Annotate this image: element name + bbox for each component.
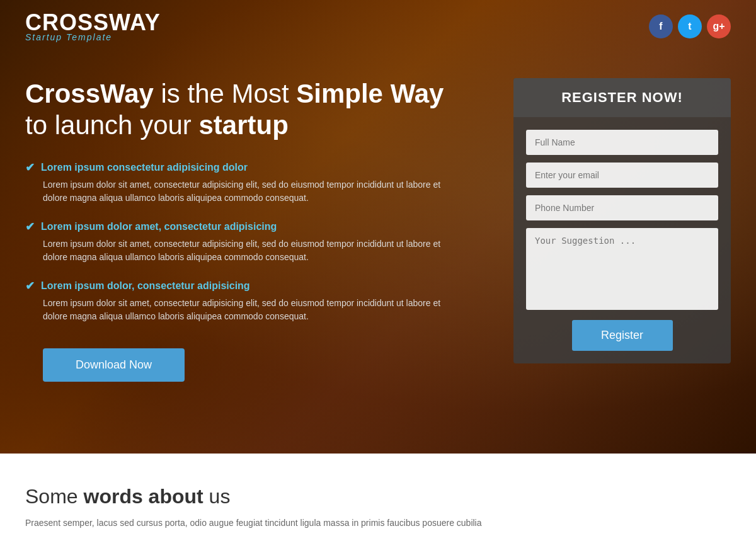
headline-bold: Simple Way xyxy=(296,79,444,108)
feature-label-3: Lorem ipsum dolor, consectetur adipisici… xyxy=(41,280,250,292)
checkmark-icon-3: ✔ xyxy=(25,279,35,293)
headline-text1: is the Most xyxy=(154,79,296,108)
register-title: REGISTER NOW! xyxy=(561,89,683,105)
register-header: REGISTER NOW! xyxy=(513,78,731,117)
words-desc: Praesent semper, lacus sed cursus porta,… xyxy=(25,516,731,530)
feature-desc-1: Lorem ipsum dolor sit amet, consectetur … xyxy=(25,178,466,205)
googleplus-button[interactable]: g+ xyxy=(707,14,731,38)
feature-item-3: ✔ Lorem ipsum dolor, consectetur adipisi… xyxy=(25,279,466,323)
words-heading-part3: us xyxy=(203,485,231,508)
headline-brand: CrossWay xyxy=(25,79,154,108)
checkmark-icon-2: ✔ xyxy=(25,220,35,234)
full-name-input[interactable] xyxy=(526,130,718,155)
logo-sub: Startup Template xyxy=(25,33,161,42)
social-icons: f t g+ xyxy=(649,14,731,38)
checkmark-icon-1: ✔ xyxy=(25,161,35,174)
hero-section: CROSSWAY Startup Template f t g+ CrossWa… xyxy=(0,0,756,454)
feature-list: ✔ Lorem ipsum consectetur adipisicing do… xyxy=(25,161,466,323)
feature-title-1: ✔ Lorem ipsum consectetur adipisicing do… xyxy=(25,161,466,174)
download-now-button[interactable]: Download Now xyxy=(43,348,185,382)
logo-main: CROSSWAY xyxy=(25,11,161,34)
hero-headline: CrossWay is the Most Simple Way to launc… xyxy=(25,78,466,142)
feature-title-3: ✔ Lorem ipsum dolor, consectetur adipisi… xyxy=(25,279,466,293)
words-heading-part1: Some xyxy=(25,485,83,508)
email-input[interactable] xyxy=(526,163,718,188)
register-button[interactable]: Register xyxy=(572,320,673,351)
facebook-button[interactable]: f xyxy=(649,14,673,38)
twitter-button[interactable]: t xyxy=(678,14,702,38)
hero-content: CrossWay is the Most Simple Way to launc… xyxy=(0,53,756,382)
feature-label-1: Lorem ipsum consectetur adipisicing dolo… xyxy=(41,162,248,173)
headline-startup: startup xyxy=(199,110,289,140)
feature-item-1: ✔ Lorem ipsum consectetur adipisicing do… xyxy=(25,161,466,205)
words-heading-bold: words about xyxy=(83,485,203,508)
feature-title-2: ✔ Lorem ipsum dolor amet, consectetur ad… xyxy=(25,220,466,234)
navbar: CROSSWAY Startup Template f t g+ xyxy=(0,0,756,53)
register-body: Register xyxy=(513,117,731,363)
feature-label-2: Lorem ipsum dolor amet, consectetur adip… xyxy=(41,221,277,232)
below-fold-section: Some words about us Praesent semper, lac… xyxy=(0,454,756,548)
feature-desc-2: Lorem ipsum dolor sit amet, consectetur … xyxy=(25,237,466,264)
hero-left: CrossWay is the Most Simple Way to launc… xyxy=(25,78,466,382)
logo: CROSSWAY Startup Template xyxy=(25,11,161,42)
feature-item-2: ✔ Lorem ipsum dolor amet, consectetur ad… xyxy=(25,220,466,264)
register-box: REGISTER NOW! Register xyxy=(513,78,731,363)
words-heading: Some words about us xyxy=(25,485,731,508)
phone-input[interactable] xyxy=(526,195,718,220)
feature-desc-3: Lorem ipsum dolor sit amet, consectetur … xyxy=(25,297,466,323)
headline-text2: to launch your xyxy=(25,110,199,140)
suggestion-textarea[interactable] xyxy=(526,228,718,310)
